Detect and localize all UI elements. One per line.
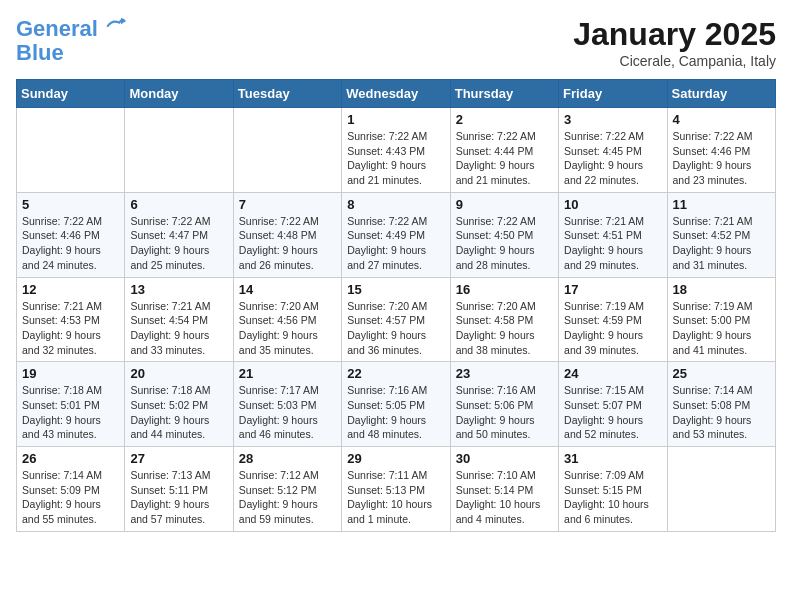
day-info: Sunrise: 7:21 AM Sunset: 4:53 PM Dayligh…: [22, 299, 119, 358]
month-title: January 2025: [573, 16, 776, 53]
page-header: General Blue January 2025 Cicerale, Camp…: [16, 16, 776, 69]
day-info: Sunrise: 7:16 AM Sunset: 5:05 PM Dayligh…: [347, 383, 444, 442]
calendar-cell: 13Sunrise: 7:21 AM Sunset: 4:54 PM Dayli…: [125, 277, 233, 362]
day-number: 9: [456, 197, 553, 212]
week-row-1: 1Sunrise: 7:22 AM Sunset: 4:43 PM Daylig…: [17, 108, 776, 193]
day-number: 28: [239, 451, 336, 466]
day-header-monday: Monday: [125, 80, 233, 108]
day-info: Sunrise: 7:20 AM Sunset: 4:57 PM Dayligh…: [347, 299, 444, 358]
day-info: Sunrise: 7:22 AM Sunset: 4:44 PM Dayligh…: [456, 129, 553, 188]
calendar-cell: 17Sunrise: 7:19 AM Sunset: 4:59 PM Dayli…: [559, 277, 667, 362]
calendar-cell: [17, 108, 125, 193]
calendar-cell: 18Sunrise: 7:19 AM Sunset: 5:00 PM Dayli…: [667, 277, 775, 362]
day-info: Sunrise: 7:20 AM Sunset: 4:56 PM Dayligh…: [239, 299, 336, 358]
week-row-3: 12Sunrise: 7:21 AM Sunset: 4:53 PM Dayli…: [17, 277, 776, 362]
calendar-cell: 15Sunrise: 7:20 AM Sunset: 4:57 PM Dayli…: [342, 277, 450, 362]
title-section: January 2025 Cicerale, Campania, Italy: [573, 16, 776, 69]
day-info: Sunrise: 7:18 AM Sunset: 5:02 PM Dayligh…: [130, 383, 227, 442]
day-number: 5: [22, 197, 119, 212]
day-info: Sunrise: 7:11 AM Sunset: 5:13 PM Dayligh…: [347, 468, 444, 527]
day-number: 8: [347, 197, 444, 212]
day-info: Sunrise: 7:18 AM Sunset: 5:01 PM Dayligh…: [22, 383, 119, 442]
calendar-cell: 22Sunrise: 7:16 AM Sunset: 5:05 PM Dayli…: [342, 362, 450, 447]
calendar-cell: 24Sunrise: 7:15 AM Sunset: 5:07 PM Dayli…: [559, 362, 667, 447]
calendar-cell: 6Sunrise: 7:22 AM Sunset: 4:47 PM Daylig…: [125, 192, 233, 277]
day-header-sunday: Sunday: [17, 80, 125, 108]
day-info: Sunrise: 7:15 AM Sunset: 5:07 PM Dayligh…: [564, 383, 661, 442]
calendar-cell: 25Sunrise: 7:14 AM Sunset: 5:08 PM Dayli…: [667, 362, 775, 447]
day-number: 4: [673, 112, 770, 127]
day-info: Sunrise: 7:20 AM Sunset: 4:58 PM Dayligh…: [456, 299, 553, 358]
day-info: Sunrise: 7:22 AM Sunset: 4:48 PM Dayligh…: [239, 214, 336, 273]
day-number: 23: [456, 366, 553, 381]
day-number: 13: [130, 282, 227, 297]
day-number: 25: [673, 366, 770, 381]
day-number: 14: [239, 282, 336, 297]
calendar-header-row: SundayMondayTuesdayWednesdayThursdayFrid…: [17, 80, 776, 108]
calendar-cell: 7Sunrise: 7:22 AM Sunset: 4:48 PM Daylig…: [233, 192, 341, 277]
calendar-cell: 29Sunrise: 7:11 AM Sunset: 5:13 PM Dayli…: [342, 447, 450, 532]
day-number: 30: [456, 451, 553, 466]
day-number: 31: [564, 451, 661, 466]
calendar-cell: 4Sunrise: 7:22 AM Sunset: 4:46 PM Daylig…: [667, 108, 775, 193]
logo: General Blue: [16, 16, 126, 65]
day-info: Sunrise: 7:22 AM Sunset: 4:46 PM Dayligh…: [673, 129, 770, 188]
calendar-cell: 20Sunrise: 7:18 AM Sunset: 5:02 PM Dayli…: [125, 362, 233, 447]
day-number: 7: [239, 197, 336, 212]
day-info: Sunrise: 7:22 AM Sunset: 4:43 PM Dayligh…: [347, 129, 444, 188]
day-info: Sunrise: 7:22 AM Sunset: 4:46 PM Dayligh…: [22, 214, 119, 273]
calendar-cell: [233, 108, 341, 193]
day-number: 2: [456, 112, 553, 127]
day-number: 18: [673, 282, 770, 297]
day-info: Sunrise: 7:19 AM Sunset: 4:59 PM Dayligh…: [564, 299, 661, 358]
day-info: Sunrise: 7:22 AM Sunset: 4:50 PM Dayligh…: [456, 214, 553, 273]
day-info: Sunrise: 7:10 AM Sunset: 5:14 PM Dayligh…: [456, 468, 553, 527]
logo-icon: [106, 16, 126, 36]
day-number: 3: [564, 112, 661, 127]
day-number: 17: [564, 282, 661, 297]
day-number: 12: [22, 282, 119, 297]
day-number: 26: [22, 451, 119, 466]
calendar-cell: 31Sunrise: 7:09 AM Sunset: 5:15 PM Dayli…: [559, 447, 667, 532]
day-info: Sunrise: 7:21 AM Sunset: 4:51 PM Dayligh…: [564, 214, 661, 273]
week-row-2: 5Sunrise: 7:22 AM Sunset: 4:46 PM Daylig…: [17, 192, 776, 277]
location: Cicerale, Campania, Italy: [573, 53, 776, 69]
day-number: 27: [130, 451, 227, 466]
day-number: 10: [564, 197, 661, 212]
day-number: 1: [347, 112, 444, 127]
day-info: Sunrise: 7:09 AM Sunset: 5:15 PM Dayligh…: [564, 468, 661, 527]
calendar-cell: 10Sunrise: 7:21 AM Sunset: 4:51 PM Dayli…: [559, 192, 667, 277]
day-info: Sunrise: 7:14 AM Sunset: 5:09 PM Dayligh…: [22, 468, 119, 527]
day-number: 16: [456, 282, 553, 297]
day-number: 19: [22, 366, 119, 381]
day-info: Sunrise: 7:22 AM Sunset: 4:49 PM Dayligh…: [347, 214, 444, 273]
day-info: Sunrise: 7:14 AM Sunset: 5:08 PM Dayligh…: [673, 383, 770, 442]
calendar-cell: 30Sunrise: 7:10 AM Sunset: 5:14 PM Dayli…: [450, 447, 558, 532]
calendar-cell: 9Sunrise: 7:22 AM Sunset: 4:50 PM Daylig…: [450, 192, 558, 277]
day-info: Sunrise: 7:22 AM Sunset: 4:47 PM Dayligh…: [130, 214, 227, 273]
calendar-cell: [667, 447, 775, 532]
day-number: 29: [347, 451, 444, 466]
calendar-cell: 19Sunrise: 7:18 AM Sunset: 5:01 PM Dayli…: [17, 362, 125, 447]
calendar-cell: 8Sunrise: 7:22 AM Sunset: 4:49 PM Daylig…: [342, 192, 450, 277]
week-row-4: 19Sunrise: 7:18 AM Sunset: 5:01 PM Dayli…: [17, 362, 776, 447]
day-number: 21: [239, 366, 336, 381]
day-info: Sunrise: 7:16 AM Sunset: 5:06 PM Dayligh…: [456, 383, 553, 442]
calendar-cell: [125, 108, 233, 193]
logo-general: General: [16, 16, 98, 41]
day-number: 24: [564, 366, 661, 381]
day-header-saturday: Saturday: [667, 80, 775, 108]
calendar-cell: 28Sunrise: 7:12 AM Sunset: 5:12 PM Dayli…: [233, 447, 341, 532]
svg-marker-0: [121, 18, 126, 25]
day-number: 20: [130, 366, 227, 381]
logo-text: General: [16, 16, 126, 41]
calendar-cell: 12Sunrise: 7:21 AM Sunset: 4:53 PM Dayli…: [17, 277, 125, 362]
day-number: 22: [347, 366, 444, 381]
day-info: Sunrise: 7:21 AM Sunset: 4:54 PM Dayligh…: [130, 299, 227, 358]
logo-blue: Blue: [16, 41, 126, 65]
day-info: Sunrise: 7:19 AM Sunset: 5:00 PM Dayligh…: [673, 299, 770, 358]
day-info: Sunrise: 7:17 AM Sunset: 5:03 PM Dayligh…: [239, 383, 336, 442]
calendar-cell: 27Sunrise: 7:13 AM Sunset: 5:11 PM Dayli…: [125, 447, 233, 532]
calendar-cell: 21Sunrise: 7:17 AM Sunset: 5:03 PM Dayli…: [233, 362, 341, 447]
week-row-5: 26Sunrise: 7:14 AM Sunset: 5:09 PM Dayli…: [17, 447, 776, 532]
